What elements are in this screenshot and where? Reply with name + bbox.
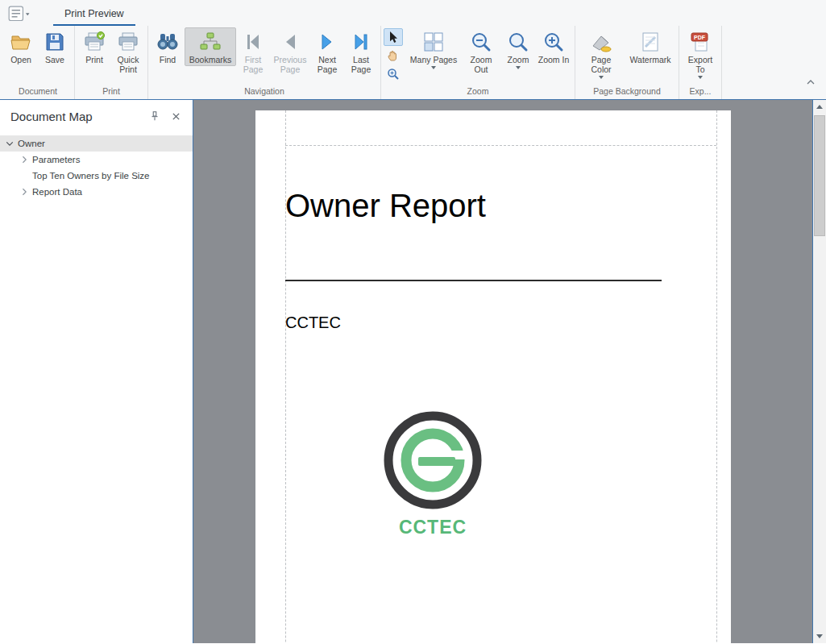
save-label: Save: [45, 55, 64, 64]
company-logo: CCTEC: [376, 410, 489, 538]
tree-item-label: Report Data: [32, 187, 82, 197]
next-page-icon: [316, 31, 338, 53]
ribbon-menu-button[interactable]: [8, 6, 32, 22]
arrow-down-icon: [816, 634, 823, 638]
next-page-button[interactable]: Next Page: [310, 27, 344, 76]
first-page-button[interactable]: First Page: [236, 27, 270, 76]
pin-panel-button[interactable]: [147, 109, 162, 123]
tree-item-label: Owner: [18, 139, 45, 148]
chevron-down-icon[interactable]: [5, 141, 15, 147]
tree-item-label: Top Ten Owners by File Size: [32, 171, 150, 181]
bookmarks-orgchart-icon: [199, 31, 222, 53]
zoom-button[interactable]: Zoom: [501, 27, 535, 71]
zoom-in-icon: [542, 31, 565, 53]
group-export: PDF Export To Exp...: [679, 26, 722, 99]
group-label-document: Document: [4, 85, 72, 99]
right-margin-guide: [716, 110, 717, 643]
top-margin-guide: [285, 145, 716, 146]
group-label-export: Exp...: [682, 85, 719, 99]
chevron-up-icon: [807, 80, 815, 85]
export-to-label: Export To: [684, 55, 716, 74]
previous-page-button[interactable]: Previous Page: [270, 27, 310, 76]
open-label: Open: [10, 55, 31, 64]
last-page-button[interactable]: Last Page: [344, 27, 378, 76]
save-floppy-icon: [44, 31, 66, 53]
document-map-title: Document Map: [10, 110, 141, 123]
ribbon-collapse-button[interactable]: [803, 77, 818, 88]
hand-icon: [387, 49, 400, 62]
dropdown-caret-icon: [431, 66, 436, 69]
dropdown-caret-icon: [516, 66, 521, 69]
tree-item-parameters[interactable]: Parameters: [0, 152, 193, 168]
magnifier-plus-icon: [387, 68, 400, 81]
close-icon: [172, 112, 181, 121]
save-button[interactable]: Save: [38, 27, 72, 66]
bookmarks-button[interactable]: Bookmarks: [185, 27, 236, 66]
bookmarks-label: Bookmarks: [189, 55, 232, 64]
page-color-label: Page Color: [580, 55, 622, 74]
scroll-up-button[interactable]: [813, 100, 826, 114]
chevron-right-icon[interactable]: [19, 188, 29, 196]
watermark-button[interactable]: Watermark: [625, 27, 676, 66]
many-pages-icon: [422, 31, 445, 53]
zoom-label: Zoom: [508, 55, 529, 64]
group-label-zoom: Zoom: [384, 85, 572, 99]
print-button[interactable]: Print: [77, 27, 111, 66]
watermark-icon: [639, 31, 662, 53]
document-map-header: Document Map: [0, 100, 193, 131]
magnifier-tool-button[interactable]: [384, 65, 403, 83]
first-page-label: First Page: [239, 55, 268, 74]
zoom-icon: [507, 31, 529, 53]
many-pages-label: Many Pages: [410, 55, 457, 64]
mouse-pointer-icon: [387, 31, 400, 44]
quick-print-button[interactable]: Quick Print: [111, 27, 145, 76]
arrow-up-icon: [816, 105, 823, 109]
ribbon: Open Save Document Print Quick Print: [0, 26, 826, 100]
preview-area[interactable]: Owner Report CCTEC CCTEC: [193, 100, 812, 643]
group-label-navigation: Navigation: [151, 85, 378, 99]
previous-page-icon: [279, 31, 301, 53]
report-page: Owner Report CCTEC CCTEC: [255, 110, 731, 643]
chevron-right-icon[interactable]: [19, 156, 29, 164]
next-page-label: Next Page: [313, 55, 342, 74]
last-page-icon: [350, 31, 372, 53]
many-pages-button[interactable]: Many Pages: [406, 27, 461, 71]
zoom-out-button[interactable]: Zoom Out: [461, 27, 501, 76]
previous-page-label: Previous Page: [272, 55, 308, 74]
document-map-panel: Document Map Owner Parameters: [0, 100, 193, 643]
close-panel-button[interactable]: [168, 109, 183, 123]
first-page-icon: [242, 31, 264, 53]
binoculars-icon: [156, 31, 179, 53]
export-to-button[interactable]: PDF Export To: [682, 27, 719, 81]
zoom-out-label: Zoom Out: [463, 55, 499, 74]
page-color-button[interactable]: Page Color: [578, 27, 625, 81]
tree-item-label: Parameters: [32, 155, 80, 164]
quick-print-label: Quick Print: [114, 55, 143, 74]
hand-tool-button[interactable]: [384, 47, 403, 64]
group-navigation: Find Bookmarks First Page Previous Page …: [148, 26, 381, 99]
tree-item-top-ten-owners[interactable]: Top Ten Owners by File Size: [0, 168, 193, 184]
group-print: Print Quick Print Print: [75, 26, 148, 99]
report-title-rule: [285, 280, 662, 281]
tree-item-owner[interactable]: Owner: [0, 135, 193, 152]
mouse-pointer-tool-button[interactable]: [384, 28, 403, 46]
zoom-in-label: Zoom In: [538, 55, 570, 64]
report-company-name: CCTEC: [285, 314, 341, 332]
tab-print-preview[interactable]: Print Preview: [53, 3, 135, 26]
group-document: Open Save Document: [2, 26, 75, 99]
tree-item-report-data[interactable]: Report Data: [0, 184, 193, 200]
quick-printer-icon: [117, 31, 139, 53]
print-label: Print: [85, 55, 103, 64]
find-label: Find: [160, 55, 176, 64]
print-preview-window: Print Preview Open Save Document: [0, 0, 826, 644]
scrollbar-thumb[interactable]: [814, 115, 825, 236]
vertical-scrollbar[interactable]: [812, 100, 826, 643]
group-zoom: Many Pages Zoom Out Zoom Zoom In Zoom: [381, 26, 575, 99]
open-button[interactable]: Open: [4, 27, 38, 66]
find-button[interactable]: Find: [151, 27, 185, 66]
zoom-in-button[interactable]: Zoom In: [535, 27, 572, 66]
watermark-label: Watermark: [630, 55, 671, 64]
scroll-down-button[interactable]: [813, 629, 826, 643]
report-title: Owner Report: [285, 188, 486, 224]
ribbon-tab-row: Print Preview: [0, 0, 826, 26]
